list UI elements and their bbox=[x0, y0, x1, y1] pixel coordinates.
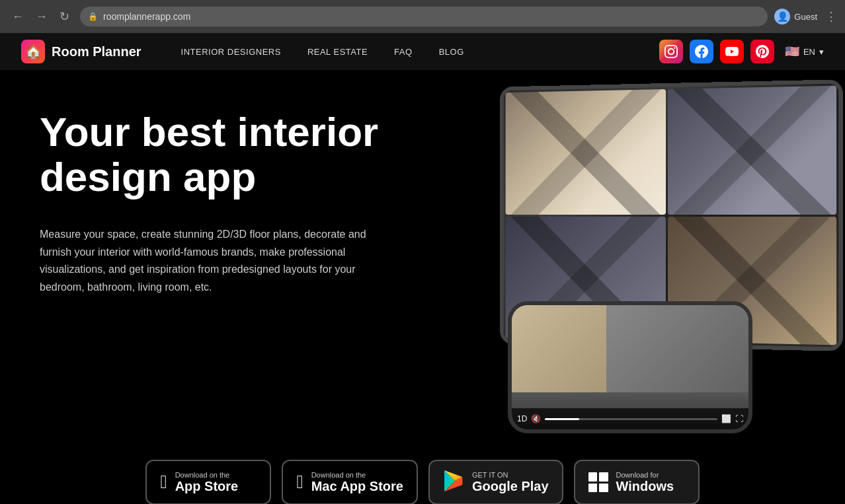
url-text: roomplannerapp.com bbox=[103, 11, 190, 22]
back-button[interactable]: ← bbox=[8, 7, 28, 26]
lang-label: EN bbox=[803, 47, 815, 57]
nav-link-faq[interactable]: FAQ bbox=[394, 47, 413, 57]
phone-wall-right bbox=[606, 305, 748, 404]
browser-nav-buttons: ← → ↻ bbox=[8, 7, 73, 26]
social-icons bbox=[659, 40, 774, 63]
hero-description: Measure your space, create stunning 2D/3… bbox=[40, 226, 383, 296]
user-avatar-button[interactable]: 👤 Guest bbox=[774, 9, 817, 24]
browser-right: 👤 Guest ⋮ bbox=[774, 9, 837, 24]
windows-icon bbox=[588, 472, 608, 492]
google-play-text: GET IT ON Google Play bbox=[472, 471, 549, 494]
google-play-icon bbox=[443, 470, 464, 495]
flag-icon: 🇺🇸 bbox=[785, 44, 799, 59]
google-play-small-text: GET IT ON bbox=[472, 471, 549, 479]
hero-content: Your best interior design app Measure yo… bbox=[40, 110, 423, 414]
reload-button[interactable]: ↻ bbox=[56, 7, 73, 26]
browser-menu-button[interactable]: ⋮ bbox=[825, 9, 837, 24]
mac-app-store-text: Download on the Mac App Store bbox=[311, 471, 403, 494]
youtube-icon[interactable] bbox=[720, 40, 744, 63]
nav-link-interior-designers[interactable]: INTERIOR DESIGNERS bbox=[181, 47, 281, 57]
video-progress-bar[interactable] bbox=[545, 418, 717, 420]
win-square-1 bbox=[588, 472, 598, 482]
apple-mac-icon:  bbox=[296, 473, 303, 491]
app-store-text: Download on the App Store bbox=[175, 471, 239, 494]
video-controls: 1D 🔇 ⬜ ⛶ bbox=[512, 408, 748, 429]
lock-icon: 🔒 bbox=[88, 12, 98, 21]
main-nav: 🏠 Room Planner INTERIOR DESIGNERS REAL E… bbox=[0, 33, 845, 70]
windows-text: Download for Windows bbox=[616, 471, 674, 494]
hero-images: 1D 🔇 ⬜ ⛶ bbox=[428, 70, 845, 440]
google-play-button[interactable]: GET IT ON Google Play bbox=[428, 460, 563, 504]
mac-app-store-small-text: Download on the bbox=[311, 471, 403, 479]
mac-app-store-button[interactable]:  Download on the Mac App Store bbox=[282, 460, 418, 504]
language-button[interactable]: 🇺🇸 EN ▾ bbox=[785, 44, 824, 59]
logo-area[interactable]: 🏠 Room Planner bbox=[21, 40, 141, 63]
lang-chevron-icon: ▾ bbox=[819, 47, 824, 57]
logo-text: Room Planner bbox=[52, 44, 141, 59]
instagram-icon[interactable] bbox=[659, 40, 683, 63]
windows-download-button[interactable]: Download for Windows bbox=[574, 460, 700, 504]
avatar-icon: 👤 bbox=[774, 9, 790, 24]
hero-section: Your best interior design app Measure yo… bbox=[0, 70, 845, 440]
browser-chrome: ← → ↻ 🔒 roomplannerapp.com 👤 Guest ⋮ bbox=[0, 0, 845, 33]
video-mute-button[interactable]: 🔇 bbox=[531, 414, 541, 423]
video-time-label: 1D bbox=[517, 414, 527, 423]
logo-icon: 🏠 bbox=[21, 40, 45, 63]
hero-title: Your best interior design app bbox=[40, 110, 423, 199]
address-bar[interactable]: 🔒 roomplannerapp.com bbox=[80, 7, 768, 26]
apple-icon:  bbox=[160, 473, 167, 491]
win-square-2 bbox=[599, 472, 608, 482]
download-section:  Download on the App Store  Download o… bbox=[0, 440, 845, 504]
forward-button[interactable]: → bbox=[32, 7, 52, 26]
facebook-icon[interactable] bbox=[690, 40, 713, 63]
windows-big-text: Windows bbox=[616, 479, 674, 494]
nav-links: INTERIOR DESIGNERS REAL ESTATE FAQ BLOG bbox=[181, 47, 659, 57]
windows-small-text: Download for bbox=[616, 471, 674, 479]
app-store-big-text: App Store bbox=[175, 479, 239, 494]
win-square-3 bbox=[588, 484, 598, 493]
video-fullscreen-button[interactable]: ⛶ bbox=[735, 414, 743, 423]
app-store-small-text: Download on the bbox=[175, 471, 239, 479]
win-square-4 bbox=[599, 484, 608, 493]
room-preview-1 bbox=[506, 89, 666, 215]
mac-app-store-big-text: Mac App Store bbox=[311, 479, 403, 494]
app-store-button[interactable]:  Download on the App Store bbox=[145, 460, 271, 504]
phone-mockup: 1D 🔇 ⬜ ⛶ bbox=[508, 301, 752, 433]
nav-link-blog[interactable]: BLOG bbox=[439, 47, 464, 57]
website: 🏠 Room Planner INTERIOR DESIGNERS REAL E… bbox=[0, 33, 845, 504]
user-label: Guest bbox=[794, 12, 817, 22]
phone-screen: 1D 🔇 ⬜ ⛶ bbox=[512, 305, 748, 429]
video-progress-fill bbox=[545, 418, 579, 420]
nav-link-real-estate[interactable]: REAL ESTATE bbox=[307, 47, 368, 57]
video-theater-button[interactable]: ⬜ bbox=[721, 414, 731, 423]
room-preview-2 bbox=[667, 86, 836, 215]
google-play-big-text: Google Play bbox=[472, 479, 549, 494]
phone-wall-left bbox=[512, 305, 606, 392]
pinterest-icon[interactable] bbox=[750, 40, 774, 63]
